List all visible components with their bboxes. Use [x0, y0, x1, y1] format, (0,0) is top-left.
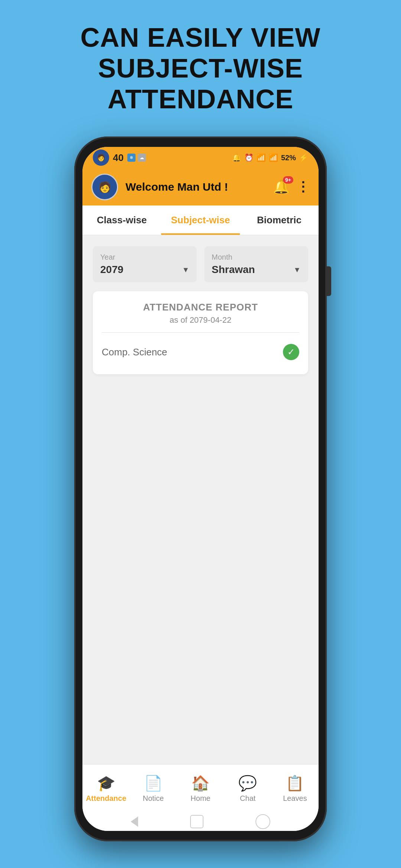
report-card: ATTENDANCE REPORT as of 2079-04-22 Comp.…	[93, 291, 308, 374]
hero-title: CAN EASILY VIEW SUBJECT-WISE ATTENDANCE	[0, 22, 401, 114]
subject-name: Comp. Science	[102, 346, 167, 358]
home-icon: 🏠	[191, 775, 210, 792]
phone-screen: 🧑 40 ❄ ☁ 🔔 ⏰ 📶 📶 52% ⚡ 🧑 Welcome Man Utd…	[82, 147, 319, 831]
back-button[interactable]	[131, 816, 138, 827]
leaves-icon: 📋	[286, 775, 304, 792]
nav-item-attendance[interactable]: 🎓 Attendance	[82, 775, 130, 803]
gesture-bar	[82, 812, 319, 831]
year-filter[interactable]: Year 2079 ▼	[93, 246, 197, 282]
month-dropdown-arrow: ▼	[293, 266, 301, 274]
month-filter[interactable]: Month Shrawan ▼	[204, 246, 308, 282]
report-divider	[102, 332, 299, 333]
home-label: Home	[190, 794, 210, 803]
status-bar: 🧑 40 ❄ ☁ 🔔 ⏰ 📶 📶 52% ⚡	[82, 147, 319, 168]
present-check-icon: ✓	[283, 344, 299, 360]
chat-label: Chat	[240, 794, 255, 803]
weather-icon: ❄	[127, 154, 136, 162]
notice-icon: 📄	[144, 775, 163, 792]
month-label: Month	[212, 253, 301, 262]
hero-title-line1: CAN EASILY VIEW	[80, 23, 320, 52]
tab-biometric[interactable]: Biometric	[240, 206, 319, 235]
header-icons: 🔔 9+ ⋮	[273, 179, 310, 195]
notice-label: Notice	[143, 794, 164, 803]
recents-button[interactable]	[255, 814, 270, 829]
month-value-row: Shrawan ▼	[212, 264, 301, 276]
attendance-icon: 🎓	[97, 775, 115, 792]
year-label: Year	[100, 253, 189, 262]
cloud-icon: ☁	[138, 154, 146, 162]
notification-badge: 9+	[283, 176, 293, 184]
signal-icon: 📶	[269, 153, 278, 162]
clock-icon: ⏰	[244, 153, 254, 162]
tabs-bar: Class-wise Subject-wise Biometric	[82, 206, 319, 235]
year-dropdown-arrow: ▼	[182, 266, 189, 274]
status-time: 40	[113, 152, 124, 164]
chat-icon: 💬	[238, 775, 257, 792]
attendance-label: Attendance	[86, 794, 126, 803]
month-value: Shrawan	[212, 264, 255, 276]
welcome-text: Welcome Man Utd !	[125, 181, 265, 193]
nav-item-notice[interactable]: 📄 Notice	[130, 775, 177, 803]
phone-mockup: 🧑 40 ❄ ☁ 🔔 ⏰ 📶 📶 52% ⚡ 🧑 Welcome Man Utd…	[74, 137, 327, 841]
main-content: Year 2079 ▼ Month Shrawan ▼ ATTENDANCE R…	[82, 235, 319, 764]
status-icons-right: 🔔 ⏰ 📶 📶 52% ⚡	[232, 153, 308, 162]
year-value-row: 2079 ▼	[100, 264, 189, 276]
alarm-icon: 🔔	[232, 153, 241, 162]
status-left: 🧑 40 ❄ ☁	[93, 149, 146, 166]
tab-subject-wise[interactable]: Subject-wise	[161, 206, 240, 235]
more-options-icon[interactable]: ⋮	[296, 179, 310, 195]
table-row: Comp. Science ✓	[102, 340, 299, 364]
tab-class-wise[interactable]: Class-wise	[82, 206, 161, 235]
status-avatar: 🧑	[93, 149, 109, 166]
status-icons-left: ❄ ☁	[127, 154, 146, 162]
nav-item-chat[interactable]: 💬 Chat	[224, 775, 271, 803]
battery-text: 52%	[281, 154, 296, 162]
leaves-label: Leaves	[283, 794, 307, 803]
year-value: 2079	[100, 264, 123, 276]
charging-icon: ⚡	[299, 153, 308, 162]
filter-row: Year 2079 ▼ Month Shrawan ▼	[93, 246, 308, 282]
app-header: 🧑 Welcome Man Utd ! 🔔 9+ ⋮	[82, 168, 319, 206]
nav-item-home[interactable]: 🏠 Home	[177, 775, 224, 803]
bottom-nav: 🎓 Attendance 📄 Notice 🏠 Home 💬 Chat 📋 Le…	[82, 764, 319, 812]
report-title: ATTENDANCE REPORT	[102, 302, 299, 313]
hero-title-line2: SUBJECT-WISE ATTENDANCE	[98, 53, 303, 114]
notification-bell-wrapper[interactable]: 🔔 9+	[273, 179, 290, 195]
avatar: 🧑	[91, 174, 118, 200]
report-date: as of 2079-04-22	[102, 315, 299, 325]
wifi-icon: 📶	[257, 153, 266, 162]
nav-item-leaves[interactable]: 📋 Leaves	[271, 775, 319, 803]
home-button[interactable]	[190, 815, 203, 828]
